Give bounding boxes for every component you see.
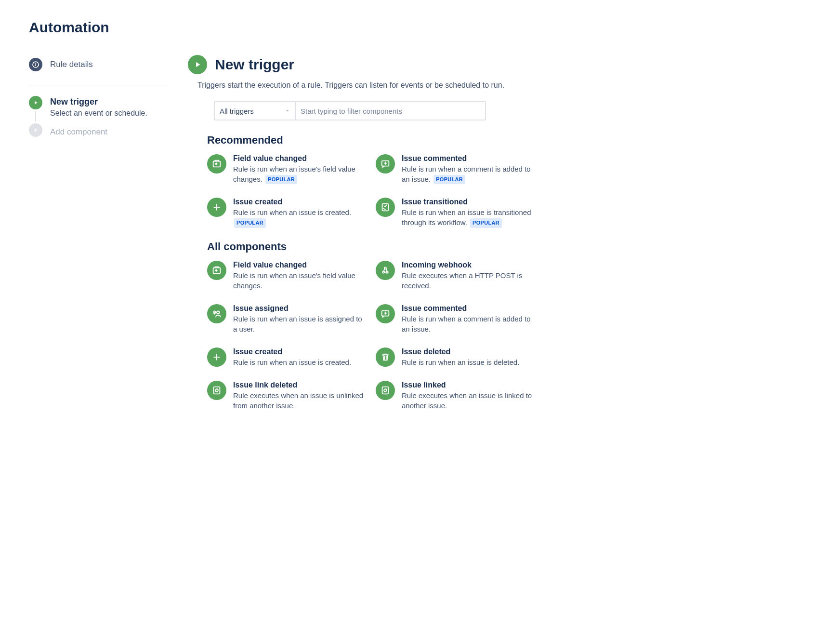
card-title: Issue created xyxy=(233,198,366,206)
trigger-card[interactable]: Issue linkedRule executes when an issue … xyxy=(376,381,535,411)
sidebar-step-new-trigger[interactable]: New trigger Select an event or schedule.… xyxy=(29,96,169,137)
card-description: Rule is run when an issue's field value … xyxy=(233,270,366,291)
card-title: Issue transitioned xyxy=(402,198,535,206)
transition-icon xyxy=(376,198,395,217)
card-description: Rule executes when an issue is linked to… xyxy=(402,390,535,411)
svg-rect-14 xyxy=(382,387,389,394)
page-title: Automation xyxy=(29,19,811,36)
content-title: New trigger xyxy=(215,56,294,73)
sidebar-rule-details[interactable]: Rule details xyxy=(29,55,169,74)
trigger-card[interactable]: Issue transitionedRule is run when an is… xyxy=(376,198,535,227)
trigger-card[interactable]: Issue commentedRule is run when a commen… xyxy=(376,154,535,184)
plus-icon xyxy=(29,123,42,137)
section-title: Recommended xyxy=(207,134,535,147)
card-title: Field value changed xyxy=(233,154,366,163)
card-title: Issue link deleted xyxy=(233,381,366,389)
card-description: Rule is run when an issue is created. PO… xyxy=(233,207,366,227)
sidebar-add-component[interactable]: Add component xyxy=(50,127,169,137)
trigger-card[interactable]: Issue deletedRule is run when an issue i… xyxy=(376,347,535,367)
card-title: Issue commented xyxy=(402,154,535,163)
card-description: Rule is run when an issue is deleted. xyxy=(402,357,535,367)
content-subtitle: Triggers start the execution of a rule. … xyxy=(188,81,535,90)
comment-icon xyxy=(376,304,395,323)
popular-badge: POPULAR xyxy=(234,218,266,227)
card-title: Issue assigned xyxy=(233,304,366,313)
card-description: Rule is run when an issue is assigned to… xyxy=(233,314,366,334)
card-title: Incoming webhook xyxy=(402,261,535,269)
trigger-card[interactable]: Issue createdRule is run when an issue i… xyxy=(207,347,366,367)
main-content: New trigger Triggers start the execution… xyxy=(188,55,535,423)
card-title: Field value changed xyxy=(233,261,366,269)
svg-rect-13 xyxy=(214,387,220,394)
select-label: All triggers xyxy=(220,107,254,115)
trigger-card[interactable]: Field value changedRule is run when an i… xyxy=(207,261,366,291)
card-title: Issue deleted xyxy=(402,347,535,356)
sidebar-item-label: Rule details xyxy=(50,60,93,69)
card-description: Rule is run when a comment is added to a… xyxy=(402,314,535,334)
webhook-icon xyxy=(376,261,395,280)
trigger-card[interactable]: Issue assignedRule is run when an issue … xyxy=(207,304,366,334)
popular-badge: POPULAR xyxy=(470,218,502,227)
all-components-section: All components Field value changedRule i… xyxy=(207,240,535,411)
component-filter-input[interactable] xyxy=(296,101,486,120)
trigger-card[interactable]: Incoming webhookRule executes when a HTT… xyxy=(376,261,535,291)
sidebar-step-title: New trigger xyxy=(50,97,169,107)
card-title: Issue linked xyxy=(402,381,535,389)
trigger-card[interactable]: Issue commentedRule is run when a commen… xyxy=(376,304,535,334)
play-icon xyxy=(188,55,207,74)
info-icon xyxy=(29,58,42,71)
popular-badge: POPULAR xyxy=(265,175,297,184)
card-description: Rule is run when an issue's field value … xyxy=(233,164,366,184)
sidebar-add-label: Add component xyxy=(50,127,107,137)
unlink-icon xyxy=(207,381,226,400)
card-description: Rule is run when a comment is added to a… xyxy=(402,164,535,184)
sidebar-step-subtitle: Select an event or schedule. xyxy=(50,109,169,118)
swap-icon xyxy=(207,261,226,280)
trash-icon xyxy=(376,347,395,367)
svg-point-2 xyxy=(36,63,36,64)
trigger-card[interactable]: Field value changedRule is run when an i… xyxy=(207,154,366,184)
popular-badge: POPULAR xyxy=(433,175,465,184)
svg-point-10 xyxy=(217,311,220,314)
card-description: Rule is run when an issue is transitione… xyxy=(402,207,535,227)
card-description: Rule executes when a HTTP POST is receiv… xyxy=(402,270,535,291)
section-title: All components xyxy=(207,240,535,253)
chevron-down-icon xyxy=(285,108,290,113)
swap-icon xyxy=(207,154,226,174)
sidebar-divider xyxy=(29,85,169,85)
trigger-card[interactable]: Issue createdRule is run when an issue i… xyxy=(207,198,366,227)
svg-rect-5 xyxy=(382,204,389,211)
card-description: Rule executes when an issue is unlinked … xyxy=(233,390,366,411)
card-description: Rule is run when an issue is created. xyxy=(233,357,366,367)
trigger-category-select[interactable]: All triggers xyxy=(214,101,296,120)
plus-icon xyxy=(207,347,226,367)
play-icon xyxy=(29,96,42,109)
link-icon xyxy=(376,381,395,400)
recommended-section: Recommended Field value changedRule is r… xyxy=(207,134,535,228)
comment-icon xyxy=(376,154,395,174)
assign-icon xyxy=(207,304,226,323)
trigger-card[interactable]: Issue link deletedRule executes when an … xyxy=(207,381,366,411)
plus-icon xyxy=(207,198,226,217)
card-title: Issue created xyxy=(233,347,366,356)
rule-sidebar: Rule details New trigger Select an event… xyxy=(29,55,169,423)
card-title: Issue commented xyxy=(402,304,535,313)
